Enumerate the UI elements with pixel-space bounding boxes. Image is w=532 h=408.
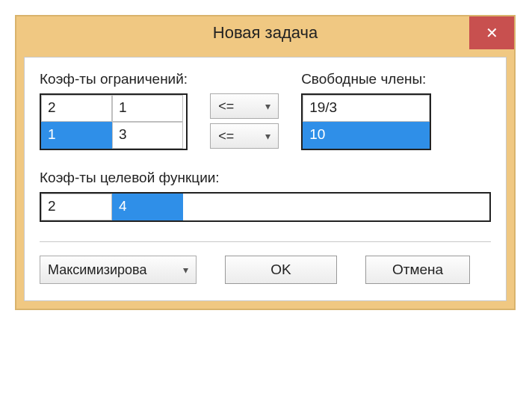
constraints-grid[interactable]: 2 1 1 3 <box>40 93 188 150</box>
operator-select[interactable]: <= ▾ <box>210 123 279 149</box>
dialog-window: Новая задача ✕ Коэф-ты ограничений: 2 1 … <box>15 15 516 310</box>
constraints-label: Коэф-ты ограничений: <box>40 71 188 87</box>
constraint-cell[interactable]: 2 <box>41 95 112 122</box>
optimize-select[interactable]: Максимизирова ▾ <box>40 256 197 284</box>
free-members-grid[interactable]: 19/3 10 <box>301 93 431 150</box>
objective-cell[interactable]: 4 <box>112 194 183 220</box>
constraint-cell[interactable]: 1 <box>41 122 112 149</box>
constraint-cell[interactable]: 1 <box>112 95 183 122</box>
operator-value: <= <box>218 99 234 114</box>
optimize-value: Максимизирова <box>48 262 146 278</box>
cancel-button[interactable]: Отмена <box>365 256 470 284</box>
operators-column: <= ▾ <= ▾ <box>210 71 279 149</box>
objective-label: Коэф-ты целевой функции: <box>40 170 491 186</box>
chevron-down-icon: ▾ <box>265 100 270 112</box>
objective-grid[interactable]: 2 4 <box>40 192 491 222</box>
footer: Максимизирова ▾ OK Отмена <box>40 256 491 284</box>
titlebar: Новая задача ✕ <box>16 16 514 49</box>
operator-select[interactable]: <= ▾ <box>210 93 279 119</box>
window-title: Новая задача <box>61 16 469 49</box>
cancel-button-label: Отмена <box>392 262 443 278</box>
objective-cell[interactable]: 2 <box>41 194 112 220</box>
titlebar-spacer <box>16 16 61 49</box>
free-member-cell[interactable]: 10 <box>303 122 430 149</box>
dialog-body: Коэф-ты ограничений: 2 1 1 3 <= ▾ <= ▾ <box>24 57 507 301</box>
free-member-cell[interactable]: 19/3 <box>303 95 430 122</box>
free-members-section: Свободные члены: 19/3 10 <box>301 71 431 150</box>
constraint-cell[interactable]: 3 <box>112 122 183 149</box>
close-icon: ✕ <box>486 24 498 42</box>
separator <box>40 241 491 242</box>
ok-button[interactable]: OK <box>225 256 337 284</box>
chevron-down-icon: ▾ <box>265 130 270 142</box>
free-members-label: Свободные члены: <box>301 71 431 87</box>
objective-section: Коэф-ты целевой функции: 2 4 <box>40 170 491 222</box>
operator-value: <= <box>218 129 234 144</box>
chevron-down-icon: ▾ <box>183 264 188 276</box>
close-button[interactable]: ✕ <box>469 16 514 49</box>
ok-button-label: OK <box>270 262 291 278</box>
constraints-section: Коэф-ты ограничений: 2 1 1 3 <box>40 71 188 150</box>
